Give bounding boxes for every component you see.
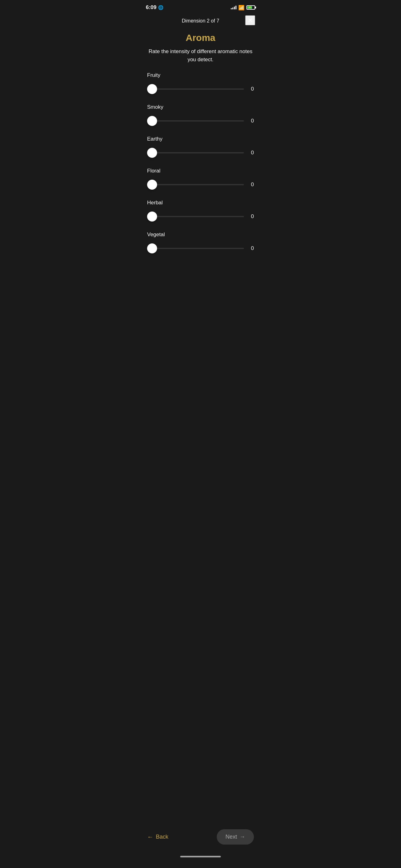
back-button[interactable]: ← Back [147, 833, 168, 840]
globe-icon: 🌐 [158, 5, 163, 10]
slider-group-herbal: Herbal 0 [147, 200, 254, 223]
bottom-navigation: ← Back Next → [140, 823, 261, 853]
slider-row-smoky: 0 [147, 115, 254, 127]
slider-label-vegetal: Vegetal [147, 231, 254, 238]
value-fruity: 0 [248, 86, 254, 92]
back-arrow-icon: ← [147, 833, 153, 840]
back-label: Back [156, 834, 168, 840]
sliders-section: Fruity 0 Smoky 0 Earthy [140, 67, 261, 269]
main-content: Dimension 2 of 7 ✕ Aroma Rate the intens… [140, 13, 261, 862]
slider-label-smoky: Smoky [147, 104, 254, 110]
status-bar: 6:09 🌐 📶 ⚡ [140, 0, 261, 13]
slider-row-vegetal: 0 [147, 242, 254, 255]
home-bar [180, 856, 221, 857]
header: Dimension 2 of 7 ✕ [140, 13, 261, 28]
next-button[interactable]: Next → [217, 829, 254, 844]
slider-group-floral: Floral 0 [147, 168, 254, 191]
slider-wrapper-earthy [147, 147, 244, 159]
wifi-icon: 📶 [238, 5, 244, 11]
slider-group-fruity: Fruity 0 [147, 72, 254, 95]
slider-label-fruity: Fruity [147, 72, 254, 79]
slider-row-fruity: 0 [147, 83, 254, 95]
slider-label-earthy: Earthy [147, 136, 254, 142]
battery-icon: ⚡ [246, 5, 255, 10]
value-floral: 0 [248, 182, 254, 188]
page-description: Rate the intensity of different aromatic… [147, 48, 254, 63]
slider-label-herbal: Herbal [147, 200, 254, 206]
smoky-slider[interactable] [147, 120, 244, 122]
slider-label-floral: Floral [147, 168, 254, 174]
next-arrow-icon: → [239, 834, 245, 840]
slider-wrapper-herbal [147, 210, 244, 223]
slider-wrapper-fruity [147, 83, 244, 95]
slider-group-smoky: Smoky 0 [147, 104, 254, 127]
value-earthy: 0 [248, 150, 254, 156]
slider-wrapper-vegetal [147, 242, 244, 255]
value-smoky: 0 [248, 118, 254, 124]
dimension-label: Dimension 2 of 7 [182, 18, 219, 24]
slider-row-earthy: 0 [147, 147, 254, 159]
next-label: Next [226, 834, 237, 840]
floral-slider[interactable] [147, 184, 244, 185]
herbal-slider[interactable] [147, 216, 244, 217]
title-section: Aroma Rate the intensity of different ar… [140, 28, 261, 67]
slider-group-earthy: Earthy 0 [147, 136, 254, 159]
status-time: 6:09 🌐 [146, 4, 163, 11]
slider-wrapper-smoky [147, 115, 244, 127]
slider-row-herbal: 0 [147, 210, 254, 223]
vegetal-slider[interactable] [147, 248, 244, 249]
page-title: Aroma [147, 32, 254, 43]
status-right-icons: 📶 ⚡ [231, 5, 255, 11]
value-herbal: 0 [248, 213, 254, 220]
earthy-slider[interactable] [147, 152, 244, 153]
signal-bars-icon [231, 6, 236, 9]
slider-row-floral: 0 [147, 178, 254, 191]
home-indicator [140, 853, 261, 862]
slider-group-vegetal: Vegetal 0 [147, 231, 254, 255]
time-display: 6:09 [146, 4, 157, 11]
close-icon: ✕ [248, 17, 253, 24]
value-vegetal: 0 [248, 245, 254, 251]
slider-wrapper-floral [147, 178, 244, 191]
close-button[interactable]: ✕ [245, 15, 255, 25]
fruity-slider[interactable] [147, 88, 244, 90]
